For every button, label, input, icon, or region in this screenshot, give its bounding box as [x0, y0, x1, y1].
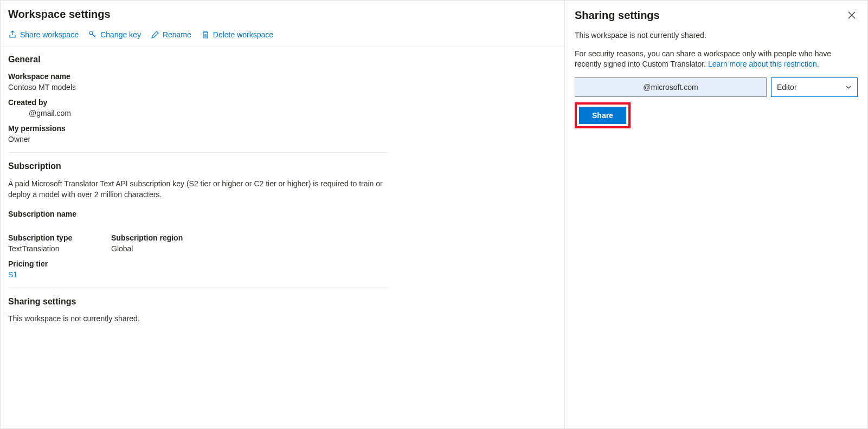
subscription-description: A paid Microsoft Translator Text API sub… [8, 179, 389, 200]
share-workspace-button[interactable]: Share workspace [8, 30, 79, 39]
toolbar: Share workspace Change key Rename Delete… [1, 26, 564, 47]
created-by-value: @gmail.com [8, 109, 389, 118]
subscription-name-label: Subscription name [8, 210, 389, 218]
subscription-section-title: Subscription [8, 161, 389, 171]
toolbar-label: Delete workspace [213, 30, 273, 39]
side-security-text: For security reasons, you can share a wo… [575, 49, 858, 70]
side-status-text: This workspace is not currently shared. [575, 30, 858, 41]
close-button[interactable] [846, 9, 858, 23]
rename-button[interactable]: Rename [151, 30, 191, 39]
created-by-label: Created by [8, 98, 389, 107]
side-panel-title: Sharing settings [575, 9, 660, 22]
workspace-name-label: Workspace name [8, 72, 389, 81]
trash-icon [201, 30, 210, 39]
permissions-value: Owner [8, 135, 389, 144]
divider [8, 152, 389, 153]
change-key-button[interactable]: Change key [88, 30, 141, 39]
workspace-settings-panel: Workspace settings Share workspace Chang… [1, 1, 565, 428]
sharing-section-title: Sharing settings [8, 297, 389, 307]
key-icon [88, 30, 97, 39]
permissions-label: My permissions [8, 124, 389, 133]
delete-workspace-button[interactable]: Delete workspace [201, 30, 273, 39]
divider [8, 288, 389, 288]
share-button[interactable]: Share [579, 107, 626, 124]
toolbar-label: Rename [163, 30, 191, 39]
toolbar-label: Share workspace [20, 30, 79, 39]
close-icon [848, 11, 856, 19]
general-section-title: General [8, 55, 389, 64]
edit-icon [151, 30, 159, 39]
subscription-region-value: Global [111, 244, 192, 253]
pricing-tier-label: Pricing tier [8, 259, 389, 268]
subscription-type-value: TextTranslation [8, 244, 89, 253]
subscription-type-label: Subscription type [8, 233, 89, 242]
role-select-value: Editor [777, 83, 797, 92]
toolbar-label: Change key [100, 30, 141, 39]
share-icon [8, 30, 17, 39]
chevron-down-icon [845, 84, 852, 90]
learn-more-link[interactable]: Learn more about this restriction. [708, 60, 819, 68]
subscription-region-label: Subscription region [111, 233, 192, 242]
share-button-highlight: Share [575, 102, 631, 128]
role-select[interactable]: Editor [771, 77, 858, 97]
share-email-input[interactable] [575, 77, 767, 97]
page-title: Workspace settings [1, 1, 564, 26]
sharing-settings-panel: Sharing settings This workspace is not c… [565, 1, 867, 428]
pricing-tier-value: S1 [8, 270, 389, 279]
workspace-name-value: Contoso MT models [8, 83, 389, 92]
sharing-status: This workspace is not currently shared. [8, 314, 389, 323]
